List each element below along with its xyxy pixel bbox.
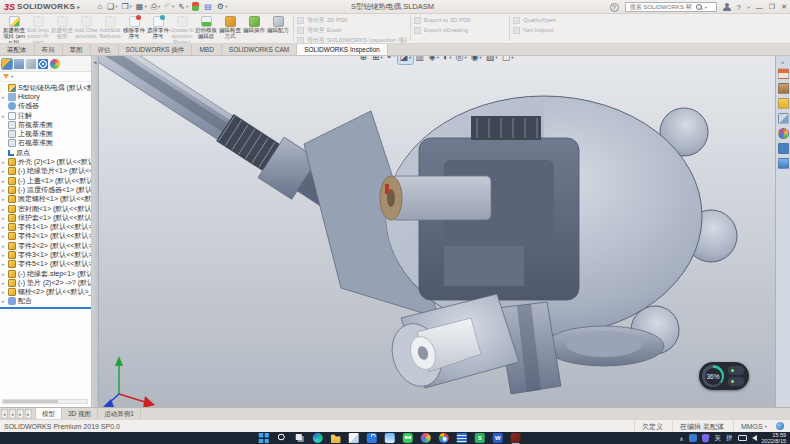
wechat-icon[interactable] bbox=[403, 433, 413, 443]
tree-item[interactable]: 上视基准面 bbox=[0, 129, 91, 138]
options-icon[interactable]: ⚙ ▾ bbox=[216, 1, 228, 13]
tree-item[interactable]: 前视基准面 bbox=[0, 120, 91, 129]
tree-item[interactable]: ▸ (-) 绝缘垫片<1> (默认<<默认>_显示 bbox=[0, 167, 91, 176]
command-tab[interactable]: MBD bbox=[192, 44, 221, 55]
export-menu-item[interactable]: Export eDrawing bbox=[414, 26, 506, 34]
export-menu-item[interactable]: Net-Inspect bbox=[513, 26, 593, 34]
property-manager-tab-icon[interactable] bbox=[14, 59, 24, 69]
tree-item[interactable]: S型铂铑热电偶 (默认<默认_显示状态-1 bbox=[0, 83, 91, 92]
zoom-area-icon[interactable]: ⊞ ▾ bbox=[371, 56, 385, 64]
tree-item[interactable]: ▸ 零件1<1> (默认<<默认>_显示状态 bbox=[0, 222, 91, 231]
ime-indicator[interactable]: 英 bbox=[715, 434, 722, 443]
command-tab[interactable]: SOLIDWORKS CAM bbox=[222, 44, 297, 55]
status-item[interactable]: 欠定义 bbox=[634, 420, 672, 433]
ribbon-button[interactable]: 编辑检查方式 bbox=[218, 15, 242, 43]
solidworks-resources-icon[interactable] bbox=[778, 68, 789, 79]
tree-item[interactable]: ▸ (-) 绝缘套.step<1> (默认<<默认>_ bbox=[0, 269, 91, 278]
export-menu-item[interactable]: Export to 3D PDF bbox=[414, 16, 506, 24]
export-menu-item[interactable]: 导出至 2D PDF bbox=[297, 16, 407, 24]
filter-caret-icon[interactable]: ▾ bbox=[11, 74, 13, 79]
display-manager-tab-icon[interactable] bbox=[50, 59, 60, 69]
start-button[interactable] bbox=[259, 433, 269, 443]
status-item[interactable]: MMGS ▾ bbox=[733, 420, 774, 433]
globe-icon[interactable] bbox=[776, 422, 784, 430]
view-orientation-icon[interactable]: ◈ ▾ bbox=[427, 56, 440, 64]
percent-indicator-widget[interactable]: 36% bbox=[699, 362, 749, 390]
open-file-icon[interactable]: ❒ ▾ bbox=[120, 1, 132, 13]
feature-manager-tab-icon[interactable] bbox=[2, 59, 12, 69]
solidworks-logo[interactable]: 3S SOLIDWORKS ▸ bbox=[0, 2, 84, 12]
zoom-fit-icon[interactable]: ⊕ bbox=[358, 56, 370, 64]
help-caret-icon[interactable]: ▾ bbox=[748, 5, 750, 10]
tree-item[interactable]: ▸ 注解 bbox=[0, 111, 91, 120]
file-explorer-icon[interactable] bbox=[778, 98, 789, 109]
wps-icon[interactable]: S bbox=[475, 433, 485, 443]
configuration-manager-tab-icon[interactable] bbox=[26, 59, 36, 69]
tree-item[interactable]: ▸ 密封圈<1> (默认<<默认>_显示状态 bbox=[0, 204, 91, 213]
tree-item[interactable]: 右视基准面 bbox=[0, 139, 91, 148]
file-properties-icon[interactable]: ▤ bbox=[203, 1, 214, 13]
search-icon[interactable] bbox=[696, 4, 702, 10]
hide-show-items-icon[interactable]: ◎ ▾ bbox=[454, 56, 468, 64]
tree-item[interactable]: ▸ 零件3<1> (默认<<默认>_显示状态 bbox=[0, 250, 91, 259]
tree-item[interactable]: ▸ 零件2<2> (默认<<默认>_显示状态 bbox=[0, 241, 91, 250]
ribbon-button[interactable]: 编辑配方 bbox=[266, 15, 290, 43]
display-tray-icon[interactable] bbox=[738, 435, 747, 441]
filter-icon[interactable] bbox=[3, 74, 9, 79]
tree-item[interactable]: ▸ 配合 bbox=[0, 297, 91, 306]
save-icon[interactable]: ▦ ▾ bbox=[135, 1, 148, 13]
sign-in-icon[interactable] bbox=[723, 3, 731, 12]
command-tab[interactable]: SOLIDWORKS Inspection bbox=[297, 44, 388, 55]
custom-properties-icon[interactable] bbox=[778, 143, 789, 154]
command-tab[interactable]: 草图 bbox=[63, 44, 91, 55]
command-tab[interactable]: 布局 bbox=[35, 44, 63, 55]
panel-divider[interactable]: ◂ bbox=[92, 56, 99, 407]
ribbon-button[interactable]: Add/Edit Balloons bbox=[98, 15, 122, 43]
status-item[interactable]: 在编辑 装配体 bbox=[672, 420, 733, 433]
export-menu-item[interactable]: 导出至 SOLIDWORKS Inspection 项目 bbox=[297, 36, 407, 44]
export-menu-item[interactable]: QualityXpert bbox=[513, 16, 593, 24]
command-tab[interactable]: 装配体 bbox=[0, 44, 35, 55]
taskbar-clock[interactable]: 15:59 2022/8/15 bbox=[762, 432, 786, 444]
ribbon-button[interactable]: Add Characteristic bbox=[74, 15, 98, 43]
tree-item[interactable]: ▸ (-) 垫片 (2)<2> ->? (默认<<默认>_ bbox=[0, 278, 91, 287]
view-palette-icon[interactable] bbox=[778, 113, 789, 124]
dynamic-annotation-icon[interactable]: ▥ bbox=[414, 56, 427, 64]
tab-nav-arrow[interactable]: ◂ bbox=[9, 409, 16, 419]
forum-icon[interactable] bbox=[778, 158, 789, 169]
expand-task-pane-icon[interactable]: « bbox=[782, 59, 785, 65]
tab-nav-arrow[interactable]: ▸ bbox=[25, 409, 32, 419]
ribbon-button[interactable]: Edit Inspection Project bbox=[26, 15, 50, 43]
undo-icon[interactable]: ↶ ▾ bbox=[163, 1, 175, 13]
tray-shield-icon[interactable] bbox=[702, 434, 710, 443]
minimize-button[interactable]: — bbox=[756, 4, 763, 11]
command-tab[interactable]: 评估 bbox=[91, 44, 119, 55]
tree-item[interactable]: ▸ (-) 温度传感器<1> (默认<<默认>_显 bbox=[0, 185, 91, 194]
volume-tray-icon[interactable] bbox=[752, 435, 757, 441]
collapse-panel-icon[interactable]: ◂ bbox=[92, 59, 98, 65]
search-button[interactable] bbox=[277, 433, 287, 443]
new-document-icon[interactable]: ❏ ▾ bbox=[106, 1, 118, 13]
design-library-icon[interactable] bbox=[778, 83, 789, 94]
tree-item[interactable]: ▸ (-) 上盖<1> (默认<<默认>_显示状态 bbox=[0, 176, 91, 185]
appearances-scenes-icon[interactable] bbox=[778, 128, 789, 139]
rollback-bar[interactable] bbox=[0, 307, 91, 309]
tree-item[interactable]: ▸ 零件5<1> (默认<<默认>_显示状态 bbox=[0, 260, 91, 269]
help-search-input[interactable] bbox=[628, 3, 694, 11]
widget-button-top[interactable] bbox=[728, 366, 744, 375]
command-tab[interactable]: SOLIDWORKS 插件 bbox=[119, 44, 193, 55]
help-menu-button[interactable]: ? bbox=[737, 4, 741, 11]
graphics-viewport[interactable]: ⊕ ⊞ ▾ ↶ ◪ ▾ bbox=[99, 56, 775, 407]
pinwheel-icon[interactable] bbox=[421, 433, 431, 443]
ribbon-button[interactable]: 移除零件序号 bbox=[122, 15, 146, 43]
tab-nav-arrow[interactable]: ▸ bbox=[17, 409, 24, 419]
view-settings-icon[interactable]: ▢ ▾ bbox=[500, 56, 515, 64]
weather-icon[interactable] bbox=[385, 433, 395, 443]
select-icon[interactable]: ⇖ ▾ bbox=[177, 1, 189, 13]
tree-item[interactable]: ▸ 螺栓<2> (默认<<默认>_显示状态 bbox=[0, 288, 91, 297]
widget-button-bottom[interactable] bbox=[728, 377, 744, 386]
menu-expander-icon[interactable]: ▸ bbox=[77, 3, 80, 10]
chrome-icon[interactable] bbox=[439, 433, 449, 443]
file-explorer-icon[interactable] bbox=[331, 433, 341, 443]
ribbon-button[interactable]: 编辑操作 bbox=[242, 15, 266, 43]
